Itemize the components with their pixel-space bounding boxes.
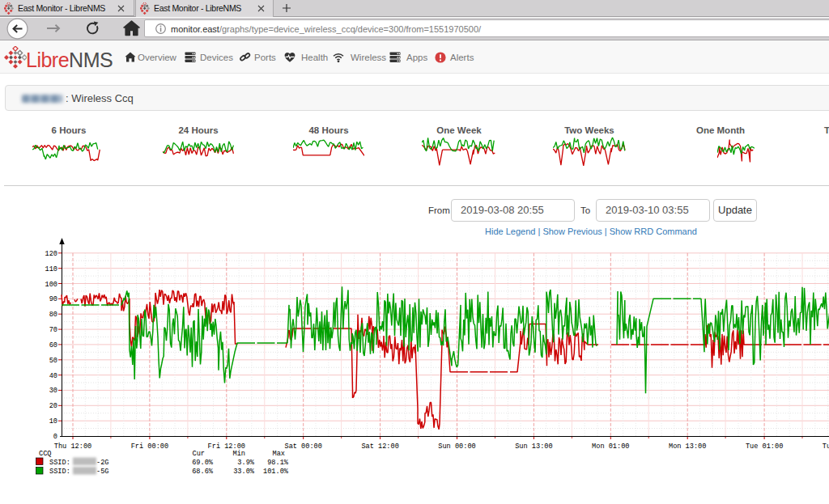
- svg-text:101.0%: 101.0%: [263, 468, 289, 476]
- svg-text:Min: Min: [233, 450, 245, 458]
- svg-text:10: 10: [49, 417, 57, 426]
- svg-text:Cur: Cur: [193, 450, 205, 458]
- svg-text:70: 70: [49, 326, 57, 334]
- svg-text:Mon 01:00: Mon 01:00: [592, 443, 629, 451]
- svg-text:Max: Max: [273, 450, 285, 458]
- svg-text:SSID:: SSID:: [49, 468, 70, 476]
- svg-text:50: 50: [49, 357, 57, 365]
- svg-text:33.0%: 33.0%: [233, 468, 255, 476]
- svg-text:Tue 01:00: Tue 01:00: [746, 443, 783, 451]
- svg-text:CCQ: CCQ: [39, 450, 51, 458]
- svg-text:Thu 12:00: Thu 12:00: [54, 443, 91, 451]
- svg-text:90: 90: [49, 295, 57, 303]
- svg-text:0: 0: [53, 433, 57, 441]
- svg-text:100: 100: [45, 281, 57, 289]
- svg-text:Sat 00:00: Sat 00:00: [284, 443, 321, 451]
- svg-text:40: 40: [49, 372, 57, 380]
- svg-text:30: 30: [49, 387, 57, 395]
- svg-text:69.0%: 69.0%: [192, 459, 214, 467]
- svg-text:Sat 12:00: Sat 12:00: [361, 443, 398, 451]
- svg-text:Sun 00:00: Sun 00:00: [438, 443, 475, 451]
- svg-text:20: 20: [49, 402, 57, 410]
- svg-text:Tue 13:00: Tue 13:00: [823, 443, 829, 451]
- svg-text:-5G: -5G: [96, 468, 108, 476]
- svg-text:SSID:: SSID:: [49, 459, 70, 467]
- svg-text:80: 80: [49, 311, 57, 319]
- svg-text:-2G: -2G: [96, 459, 108, 467]
- svg-text:60: 60: [49, 341, 57, 349]
- svg-text:68.6%: 68.6%: [192, 468, 214, 476]
- svg-text:Sun 13:00: Sun 13:00: [515, 443, 552, 451]
- svg-text:3.9%: 3.9%: [237, 459, 254, 467]
- svg-text:Mon 13:00: Mon 13:00: [669, 443, 706, 451]
- svg-text:98.1%: 98.1%: [267, 459, 289, 467]
- svg-text:110: 110: [45, 265, 57, 273]
- svg-text:120: 120: [45, 250, 57, 258]
- svg-text:Fri 00:00: Fri 00:00: [131, 443, 168, 451]
